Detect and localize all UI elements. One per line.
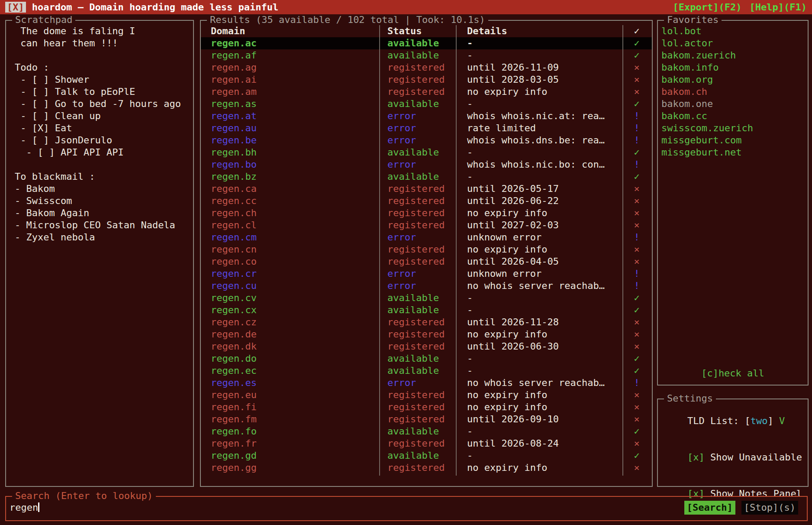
status-cell: available (379, 49, 456, 62)
favorite-item[interactable]: missgeburt.com (661, 134, 808, 146)
result-row[interactable]: regen.euregisteredno expiry info× (201, 389, 652, 401)
result-row[interactable]: regen.deregisteredno expiry info× (201, 328, 652, 340)
domain-cell: regen.ag (201, 62, 379, 74)
help-button[interactable]: [Help](F1) (750, 2, 807, 13)
result-row[interactable]: regen.cxavailable-✓ (201, 304, 652, 316)
details-cell: until 2026-06-22 (456, 195, 622, 207)
result-row[interactable]: regen.caregistereduntil 2026-05-17× (201, 183, 652, 195)
status-mark-icon: ✓ (622, 353, 651, 365)
close-button[interactable]: [X] (5, 2, 26, 13)
result-row[interactable]: regen.airegistereduntil 2028-03-05× (201, 74, 652, 86)
details-cell: - (456, 292, 622, 304)
result-row[interactable]: regen.foavailable-✓ (201, 425, 652, 438)
result-row[interactable]: regen.coregistereduntil 2026-04-05× (201, 256, 652, 268)
favorite-item[interactable]: bakom.zuerich (661, 49, 808, 62)
domain-cell: regen.bh (201, 146, 379, 159)
favorites-list: lol.botlol.actorbakom.zuerichbakom.infob… (658, 21, 808, 159)
result-row[interactable]: regen.ecavailable-✓ (201, 365, 652, 377)
titlebar: [X] hoardom — Domain hoarding made less … (0, 0, 812, 14)
tld-dropdown-chevron-icon[interactable]: V (773, 415, 785, 426)
scratchpad-text[interactable]: The dome is faling I can hear them !!! T… (6, 21, 193, 243)
column-divider (456, 25, 457, 476)
domain-cell: regen.gg (201, 462, 379, 474)
result-row[interactable]: regen.clregistereduntil 2027-02-03× (201, 219, 652, 231)
domain-cell: regen.cm (201, 231, 379, 243)
tld-list-select[interactable]: [two] (744, 415, 773, 426)
favorite-item[interactable]: lol.actor (661, 37, 808, 49)
results-panel: Results (35 available / 102 total | Took… (200, 20, 653, 487)
status-mark-icon: × (622, 62, 651, 74)
app-title: hoardom — Domain hoarding made less pain… (32, 2, 279, 13)
status-mark-icon: ! (622, 159, 651, 171)
search-button[interactable]: [Search] (684, 501, 735, 515)
result-row[interactable]: regen.frregistereduntil 2026-08-24× (201, 438, 652, 450)
result-row[interactable]: regen.chregisteredno expiry info× (201, 207, 652, 219)
result-row[interactable]: regen.acavailable-✓ (201, 37, 652, 49)
result-row[interactable]: regen.auerrorrate limited! (201, 122, 652, 134)
domain-cell: regen.fm (201, 413, 379, 425)
status-mark-icon: ✓ (622, 304, 651, 316)
result-row[interactable]: regen.cvavailable-✓ (201, 292, 652, 304)
result-row[interactable]: regen.ccregistereduntil 2026-06-22× (201, 195, 652, 207)
result-row[interactable]: regen.eserrorno whois server reachab…! (201, 377, 652, 389)
favorite-item[interactable]: bakom.ch (661, 86, 808, 98)
result-row[interactable]: regen.firegisteredno expiry info× (201, 401, 652, 413)
check-all-button[interactable]: [c]heck all (658, 368, 808, 379)
status-cell: registered (379, 243, 456, 256)
favorite-item[interactable]: lol.bot (661, 25, 808, 37)
status-cell: available (379, 450, 456, 462)
details-cell: until 2026-08-24 (456, 438, 622, 450)
details-cell: whois whois.dns.be: rea… (456, 134, 622, 146)
export-button[interactable]: [Export](F2) (673, 2, 742, 13)
favorite-item[interactable]: missgeburt.net (661, 146, 808, 159)
status-cell: error (379, 231, 456, 243)
result-row[interactable]: regen.bhavailable-✓ (201, 146, 652, 159)
result-row[interactable]: regen.asavailable-✓ (201, 98, 652, 110)
result-row[interactable]: regen.cuerrorno whois server reachab…! (201, 280, 652, 292)
result-row[interactable]: regen.gdavailable-✓ (201, 450, 652, 462)
domain-cell: regen.do (201, 353, 379, 365)
result-row[interactable]: regen.dkregistereduntil 2026-06-30× (201, 340, 652, 353)
show-unavailable-setting[interactable]: [x] Show Unavailable (658, 439, 808, 476)
favorite-item[interactable]: bakom.one (661, 98, 808, 110)
details-cell: until 2026-04-05 (456, 256, 622, 268)
status-mark-icon: × (622, 74, 651, 86)
result-row[interactable]: regen.afavailable-✓ (201, 49, 652, 62)
favorite-item[interactable]: swisscom.zuerich (661, 122, 808, 134)
result-row[interactable]: regen.fmregistereduntil 2026-09-10× (201, 413, 652, 425)
status-cell: registered (379, 256, 456, 268)
status-mark-icon: × (622, 207, 651, 219)
details-cell: - (456, 425, 622, 438)
details-cell: until 2026-11-28 (456, 316, 622, 328)
status-mark-icon: ✓ (622, 450, 651, 462)
favorite-item[interactable]: bakom.cc (661, 110, 808, 122)
result-row[interactable]: regen.crerrorunknown error! (201, 268, 652, 280)
status-mark-icon: ✓ (622, 49, 651, 62)
column-header-details: Details (456, 25, 622, 37)
result-row[interactable]: regen.boerrorwhois whois.nic.bo: con…! (201, 159, 652, 171)
result-row[interactable]: regen.aterrorwhois whois.nic.at: rea…! (201, 110, 652, 122)
result-row[interactable]: regen.czregistereduntil 2026-11-28× (201, 316, 652, 328)
status-mark-icon: ✓ (622, 146, 651, 159)
result-row[interactable]: regen.cnregisteredno expiry info× (201, 243, 652, 256)
search-input[interactable]: regen (10, 502, 39, 513)
status-mark-icon: × (622, 316, 651, 328)
result-row[interactable]: regen.bzavailable-✓ (201, 171, 652, 183)
result-row[interactable]: regen.cmerrorunknown error! (201, 231, 652, 243)
result-row[interactable]: regen.agregistereduntil 2026-11-09× (201, 62, 652, 74)
status-cell: available (379, 425, 456, 438)
status-mark-icon: ✓ (622, 425, 651, 438)
show-unavailable-checkbox[interactable]: [x] (687, 452, 705, 463)
favorite-item[interactable]: bakom.org (661, 74, 808, 86)
status-mark-icon: × (622, 340, 651, 353)
stop-button[interactable]: [Stop](s) (741, 501, 798, 515)
domain-cell: regen.fr (201, 438, 379, 450)
search-title: Search (Enter to lookup) (12, 490, 156, 501)
result-row[interactable]: regen.amregisteredno expiry info× (201, 86, 652, 98)
result-row[interactable]: regen.ggregisteredno expiry info× (201, 462, 652, 474)
result-row[interactable]: regen.doavailable-✓ (201, 353, 652, 365)
status-cell: error (379, 110, 456, 122)
favorite-item[interactable]: bakom.info (661, 62, 808, 74)
details-cell: until 2026-05-17 (456, 183, 622, 195)
result-row[interactable]: regen.beerrorwhois whois.dns.be: rea…! (201, 134, 652, 146)
